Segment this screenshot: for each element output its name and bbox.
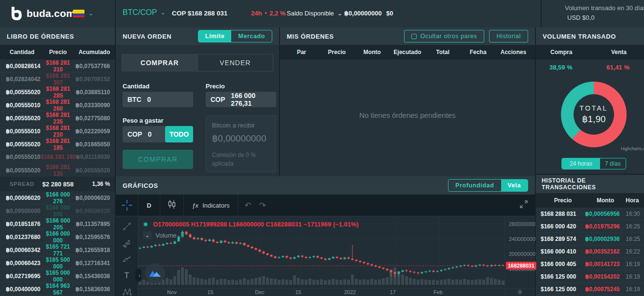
collapse-sidebar-button[interactable]: ‹ <box>135 268 141 282</box>
hide-other-pairs-button[interactable]: Ocultar otros pares <box>404 30 485 42</box>
row-qty: ฿0,00555010 <box>6 154 41 160</box>
spread-pct: 1,36 % <box>76 181 110 187</box>
price-axis[interactable]: 2800000002400000002000000001600000001682… <box>504 216 535 288</box>
trade-history-rows: $168 288 031฿0,0005695616:30$166 000 420… <box>536 208 644 296</box>
row-acc: ฿0,06709152 <box>75 76 110 83</box>
row-qty: ฿0,01237680 <box>6 234 41 240</box>
row-price: $168 281 160 <box>41 154 76 160</box>
row-qty: ฿0,01851876 <box>6 221 41 227</box>
trade-time: 16:25 <box>626 236 640 242</box>
pattern-tool[interactable] <box>121 288 133 296</box>
history-button[interactable]: Historial <box>489 30 528 42</box>
spread-row: SPREAD $2 280 858 1,36 % <box>0 177 115 191</box>
order-book-row[interactable]: ฿0,02824042$168 281 307฿0,06709152 <box>0 72 115 85</box>
time-axis-label: 15 <box>295 289 301 295</box>
order-book-row[interactable]: ฿0,00555020$168 281 285฿0,03885110 <box>0 85 115 99</box>
chart-style-button[interactable] <box>160 200 183 211</box>
bids-list: ฿0,00006020$166 000 276฿0,00006020฿0,095… <box>0 191 115 296</box>
fullscreen-button[interactable] <box>513 200 535 211</box>
order-book-row[interactable]: ฿0,00555010$168 281 260฿0,03330090 <box>0 99 115 112</box>
order-book-row[interactable]: ฿0,00828614$168 281 310฿0,07537766 <box>0 59 115 72</box>
balance-btc: ฿0,00000000 <box>344 10 382 17</box>
order-book-row[interactable]: ฿0,00555020$168 281 185฿0,01665050 <box>0 138 115 151</box>
traded-volume-title: VOLUMEN TRANSADO <box>536 28 644 45</box>
order-book-row[interactable]: ฿0,00555020$168 281 135฿0,00555020 <box>0 164 115 177</box>
time-axis[interactable]: Nov15Dec15202217Feb <box>138 288 504 296</box>
order-book-row[interactable]: ฿0,00555010$168 281 160฿0,01110030 <box>0 151 115 164</box>
trend-line-tool[interactable] <box>122 222 132 231</box>
trade-amount: ฿0,01975296 <box>585 223 626 230</box>
language-selector[interactable]: ⌄ <box>73 10 94 17</box>
limit-toggle-button[interactable]: Límite <box>198 30 231 42</box>
trade-time: 16:19 <box>626 286 640 293</box>
range-7d-button[interactable]: 7 días <box>600 158 626 169</box>
brush-tool[interactable] <box>121 255 133 263</box>
range-24h-button[interactable]: 24 horas <box>562 158 600 169</box>
row-acc: ฿0,07537766 <box>75 63 110 70</box>
spread-value: $2 280 858 <box>40 181 76 188</box>
text-tool[interactable]: T <box>124 271 129 281</box>
volume-range-toggle: 24 horas 7 días <box>561 158 626 169</box>
gear-icon[interactable]: ⚙ <box>518 289 522 296</box>
indicators-label: Indicators <box>202 202 229 209</box>
order-book-row[interactable]: ฿0,00555010$168 281 210฿0,02220059 <box>0 125 115 138</box>
depth-toggle-button[interactable]: Profundidad <box>448 180 501 191</box>
my-orders-title: MIS ÓRDENES <box>287 33 334 40</box>
candles-icon <box>168 200 176 209</box>
candlestick-plot-area[interactable]: O170000005 H171999288 L166000000 C168288… <box>138 216 504 288</box>
precio-input[interactable]: COP 166 000 276,31 <box>206 92 276 107</box>
order-book-row[interactable]: ฿0,00400000$164 963 567฿0,15836036 <box>0 282 115 296</box>
price-change: 24h ▼ 2,2 % <box>251 10 286 17</box>
candle-toggle-button[interactable]: Vela <box>501 180 528 191</box>
tab-comprar[interactable]: COMPRAR <box>122 55 197 71</box>
trade-history-panel: HISTORIAL DE TRANSACCIONES Precio Monto … <box>536 175 644 296</box>
market-toggle-button[interactable]: Mercado <box>231 30 272 42</box>
brand-logo[interactable]: buda.com <box>10 6 75 21</box>
row-acc: ฿0,00006020 <box>75 195 110 201</box>
fib-tool[interactable] <box>121 239 133 248</box>
row-acc: ฿0,02775080 <box>75 115 110 122</box>
interval-button[interactable]: D <box>138 202 160 209</box>
chevron-down-icon[interactable]: ⌄ <box>143 231 152 239</box>
row-acc: ฿0,09506020 <box>75 208 110 214</box>
pair-price: COP $168 288 031 <box>172 10 227 17</box>
tab-vender[interactable]: VENDER <box>197 55 273 71</box>
balance-selector[interactable]: Saldo Disponible ⌄ <box>287 10 342 17</box>
receive-value: ฿0,00000000 <box>212 133 270 144</box>
trade-amount: ฿0,00056956 <box>585 211 626 217</box>
fullscreen-icon <box>519 200 528 209</box>
cantidad-label: Cantidad <box>123 83 150 90</box>
axis-settings-corner: ⚙ <box>504 288 535 296</box>
trade-history-title: HISTORIAL DE TRANSACCIONES <box>536 175 644 193</box>
new-order-titlebar: NUEVA ORDEN Límite Mercado <box>116 28 279 45</box>
trade-history-row: $166 125 000฿0,0015420216:19 <box>536 270 644 283</box>
order-book-row[interactable]: ฿0,00555020$168 281 235฿0,02775080 <box>0 112 115 125</box>
order-book-row[interactable]: ฿0,02719695$165 000 000฿0,15436036 <box>0 269 115 282</box>
cantidad-input[interactable]: BTC 0 <box>123 92 193 107</box>
indicators-button[interactable]: ƒx Indicators <box>184 202 237 209</box>
order-book-row[interactable]: ฿0,09500000$166 000 205฿0,09506020 <box>0 204 115 217</box>
order-book-row[interactable]: ฿0,00006020$166 000 276฿0,00006020 <box>0 191 115 204</box>
pair-selector[interactable]: BTC/COP ⌄ <box>123 8 166 17</box>
undo-button[interactable]: ↶ <box>245 200 252 211</box>
trade-price: $166 000 410 <box>541 248 585 255</box>
order-book-row[interactable]: ฿0,00060423$165 500 000฿0,12716341 <box>0 256 115 269</box>
crosshair-icon <box>122 200 132 211</box>
redo-button[interactable]: ↷ <box>259 200 266 211</box>
todo-button[interactable]: TODO <box>165 126 193 142</box>
order-book-row[interactable]: ฿0,01851876$166 000 205฿0,11357895 <box>0 217 115 230</box>
col-venta: Venta <box>611 49 627 56</box>
chart-toolbar: D ƒx Indicators ↶ ↷ <box>116 195 535 216</box>
col-fecha: Fecha <box>461 49 496 56</box>
order-book-row[interactable]: ฿0,00060342$165 721 771฿0,12655918 <box>0 243 115 256</box>
order-book-row[interactable]: ฿0,01237680$166 000 000฿0,12595576 <box>0 230 115 243</box>
submit-buy-button[interactable]: COMPRAR <box>123 150 193 169</box>
peso-value: 0 <box>148 130 152 138</box>
precio-value: 166 000 276,31 <box>231 92 271 107</box>
volume-header: Compra Venta <box>536 45 644 59</box>
crosshair-tool-button[interactable] <box>116 195 138 216</box>
trade-amount: ฿0,00154202 <box>585 273 626 280</box>
colombia-flag-icon <box>73 10 84 17</box>
time-axis-label: 15 <box>208 289 213 295</box>
time-axis-label: Nov <box>167 289 177 295</box>
